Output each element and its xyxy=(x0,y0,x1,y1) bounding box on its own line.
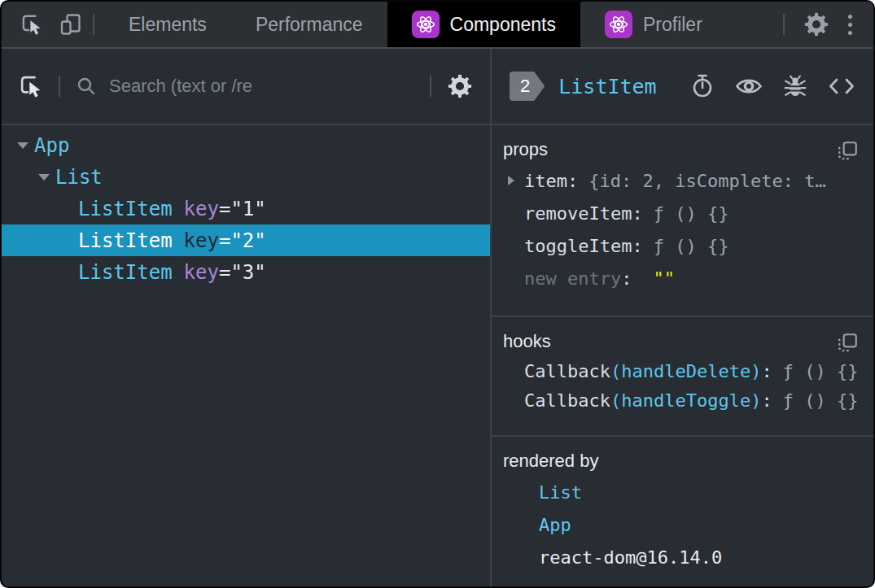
element-id-badge: 2 xyxy=(510,72,545,101)
hook-type: Callback xyxy=(524,390,610,411)
debug-bug-icon[interactable] xyxy=(783,74,807,98)
prop-name: toggleItem: xyxy=(524,236,643,256)
expand-arrow-icon[interactable] xyxy=(33,174,55,181)
props-section: props item:{id: 2, isComplete: t… remove… xyxy=(492,125,873,317)
toolbar-divider xyxy=(59,76,60,97)
tab-label: Profiler xyxy=(643,14,702,36)
prop-name: removeItem: xyxy=(524,203,643,224)
key-attr: key xyxy=(184,198,219,220)
topbar-right xyxy=(773,2,873,47)
owner-link-app[interactable]: App xyxy=(539,515,571,535)
colon: : xyxy=(761,361,772,381)
key-value: ="3" xyxy=(219,261,266,284)
tab-components[interactable]: Components xyxy=(387,2,580,47)
react-dom-version: react-dom@16.14.0 xyxy=(539,547,722,568)
view-source-code-icon[interactable] xyxy=(828,76,855,97)
owner-link-list[interactable]: List xyxy=(539,482,582,503)
prop-row-item[interactable]: item:{id: 2, isComplete: t… xyxy=(501,164,862,197)
hook-row-handletoggle[interactable]: Callback(handleToggle):ƒ () {} xyxy=(501,385,862,415)
props-title: props xyxy=(501,135,862,164)
tree-row-listitem-1[interactable]: ListItemkey="1" xyxy=(2,193,490,224)
prop-value: ƒ () {} xyxy=(654,203,729,224)
device-toolbar-icon[interactable] xyxy=(59,12,83,37)
inspector-header: 2 ListItem xyxy=(492,49,873,125)
inspect-dom-eye-icon[interactable] xyxy=(735,76,763,97)
hook-type: Callback xyxy=(524,361,610,381)
react-logo-icon xyxy=(605,11,632,38)
suspense-stopwatch-icon[interactable] xyxy=(690,73,715,99)
copy-icon[interactable] xyxy=(836,332,859,355)
key-attr: key xyxy=(184,261,219,284)
devtools-tab-bar: Elements Performance Components xyxy=(2,2,873,49)
topbar-divider xyxy=(783,14,785,35)
hooks-title: hooks xyxy=(501,327,862,356)
tab-label: Components xyxy=(450,14,556,36)
toolbar-divider xyxy=(430,76,431,97)
component-name: ListItem xyxy=(78,261,173,284)
tree-row-app[interactable]: App xyxy=(2,129,490,161)
selected-component-title: ListItem xyxy=(558,75,656,98)
tab-profiler[interactable]: Profiler xyxy=(580,2,727,47)
inspector-actions xyxy=(690,73,855,99)
tree-row-list[interactable]: List xyxy=(2,161,490,193)
tab-elements[interactable]: Elements xyxy=(104,2,231,47)
settings-gear-icon[interactable] xyxy=(794,11,838,38)
key-attr: key xyxy=(184,229,219,252)
new-entry-value[interactable]: "" xyxy=(653,268,675,289)
search-icon xyxy=(75,75,98,98)
colon: : xyxy=(621,268,632,289)
inspect-element-icon[interactable] xyxy=(20,12,44,37)
new-entry-label: new entry xyxy=(524,268,621,289)
component-inspector-panel: 2 ListItem xyxy=(492,49,873,586)
hook-name: (handleToggle) xyxy=(610,390,761,411)
prop-name: item: xyxy=(524,171,578,191)
colon: : xyxy=(761,390,772,411)
component-name: ListItem xyxy=(78,198,173,220)
rendered-by-row: List xyxy=(501,476,862,508)
component-tree: App List ListItemkey="1" ListItemkey="2"… xyxy=(2,125,490,586)
tab-label: Elements xyxy=(129,14,207,36)
main-split: App List ListItemkey="1" ListItemkey="2"… xyxy=(2,49,873,586)
devtools-window: Elements Performance Components xyxy=(0,0,875,588)
prop-value: ƒ () {} xyxy=(654,236,729,256)
collapse-arrow-icon[interactable] xyxy=(508,176,514,185)
settings-gear-icon[interactable] xyxy=(446,72,474,100)
react-logo-icon xyxy=(412,11,440,38)
prop-row-removeitem[interactable]: removeItem:ƒ () {} xyxy=(501,197,862,229)
topbar-left-icons xyxy=(2,2,83,47)
hook-value: ƒ () {} xyxy=(783,361,859,381)
hook-row-handledelete[interactable]: Callback(handleDelete):ƒ () {} xyxy=(501,356,862,385)
tree-row-listitem-2-selected[interactable]: ListItemkey="2" xyxy=(2,224,490,256)
key-value: ="1" xyxy=(219,198,266,220)
rendered-by-section: rendered by List App react-dom@16.14.0 xyxy=(492,437,873,586)
prop-row-new-entry[interactable]: new entry:"" xyxy=(501,262,862,294)
topbar-divider xyxy=(93,14,94,35)
component-name: App xyxy=(34,134,69,157)
copy-icon[interactable] xyxy=(836,140,859,163)
tab-performance[interactable]: Performance xyxy=(231,2,387,47)
prop-row-toggleitem[interactable]: toggleItem:ƒ () {} xyxy=(501,229,862,262)
tree-toolbar xyxy=(2,49,490,125)
component-name: ListItem xyxy=(78,229,173,252)
hook-value: ƒ () {} xyxy=(783,390,859,411)
expand-arrow-icon[interactable] xyxy=(11,142,34,149)
hook-name: (handleDelete) xyxy=(610,361,761,381)
tree-row-listitem-3[interactable]: ListItemkey="3" xyxy=(2,256,490,288)
inspect-component-icon[interactable] xyxy=(18,73,44,99)
search-input[interactable] xyxy=(104,76,420,97)
rendered-by-row: App xyxy=(501,508,862,541)
kebab-menu-icon[interactable] xyxy=(838,10,862,40)
components-tree-panel: App List ListItemkey="1" ListItemkey="2"… xyxy=(2,49,492,586)
hooks-section: hooks Callback(handleDelete):ƒ () {} Cal… xyxy=(492,317,873,437)
key-value: ="2" xyxy=(219,229,266,252)
rendered-by-title: rendered by xyxy=(501,446,862,476)
tab-label: Performance xyxy=(256,14,363,36)
rendered-by-row: react-dom@16.14.0 xyxy=(501,541,862,573)
component-name: List xyxy=(55,166,103,189)
prop-value: {id: 2, isComplete: t… xyxy=(588,171,825,191)
